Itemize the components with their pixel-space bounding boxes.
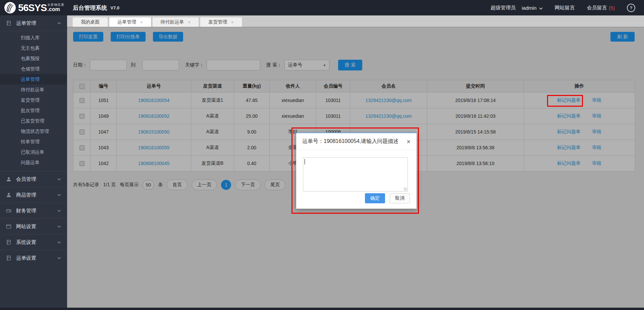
sidebar-section-1[interactable]: 会员管理 (0, 171, 67, 187)
user-menu[interactable]: iadmin (522, 5, 542, 11)
app-title: 后台管理系统 (73, 4, 107, 12)
tab-2[interactable]: 待付款运单× (152, 17, 199, 27)
annotation-box-dialog: 运单号：190816100054,请输入问题描述 × 确定 取消 (291, 127, 419, 214)
sidebar-section-label: 商品管理 (16, 192, 57, 198)
chevron-down-icon (57, 257, 61, 259)
close-icon[interactable]: × (407, 138, 411, 145)
sidebar-item-0[interactable]: 扫描入库 (0, 33, 67, 43)
sidebar-section-label: 运单设置 (16, 255, 57, 261)
chevron-up-icon (57, 22, 61, 24)
sidebar-item-2[interactable]: 包裹预报 (0, 53, 67, 64)
logo: 56SYS 全景物流通 .com (4, 2, 64, 14)
tab-close-icon[interactable]: × (140, 20, 143, 24)
sidebar-item-4[interactable]: 运单管理 (0, 74, 67, 85)
sidebar-section-label: 财务管理 (16, 208, 57, 214)
tab-close-icon[interactable]: × (188, 20, 191, 24)
wallet-icon (6, 208, 12, 214)
chevron-down-icon (57, 178, 61, 180)
journal-icon (6, 20, 12, 26)
user-icon (6, 192, 12, 198)
chevron-down-icon (57, 225, 61, 228)
sidebar-item-9[interactable]: 物流状态管理 (0, 126, 67, 137)
cancel-button[interactable]: 取消 (390, 193, 410, 203)
tab-label: 运单管理 (117, 19, 136, 25)
browser-icon (6, 224, 12, 229)
username: iadmin (522, 5, 536, 11)
problem-dialog: 运单号：190816100054,请输入问题描述 × 确定 取消 (296, 133, 417, 209)
chevron-down-icon (57, 194, 61, 196)
journal-icon (6, 255, 12, 261)
sidebar-item-1[interactable]: 无主包裹 (0, 43, 67, 53)
tab-3[interactable]: 发货管理× (200, 17, 242, 27)
bottom-bar (0, 308, 644, 310)
sidebar-section-0[interactable]: 运单管理 (0, 15, 67, 31)
chevron-down-icon (57, 241, 61, 244)
sidebar-item-8[interactable]: 已发货管理 (0, 116, 67, 126)
problem-description-textarea[interactable] (303, 157, 408, 192)
tab-label: 发货管理 (208, 19, 227, 25)
text-cursor (305, 159, 305, 164)
textarea-resize-handle[interactable] (404, 188, 407, 191)
sidebar-item-10[interactable]: 转单管理 (0, 137, 67, 147)
logo-text: 56SYS (18, 2, 47, 13)
tab-bar: 我的桌面运单管理×待付款运单×发货管理× (67, 15, 644, 27)
sidebar-item-11[interactable]: 已取消运单 (0, 147, 67, 157)
annotation-box-mark-link (547, 95, 583, 107)
sidebar-item-3[interactable]: 仓储管理 (0, 64, 67, 74)
sidebar-item-12[interactable]: 问题运单 (0, 157, 67, 168)
sidebar-section-label: 运单管理 (16, 20, 57, 27)
sidebar-item-7[interactable]: 批次管理 (0, 105, 67, 116)
tab-1[interactable]: 运单管理× (109, 17, 151, 27)
dialog-header: 运单号：190816100054,请输入问题描述 × (296, 133, 417, 150)
journal-icon (6, 240, 12, 245)
tab-close-icon[interactable]: × (231, 20, 234, 24)
logo-domain: .com (47, 7, 64, 12)
site-messages-link[interactable]: 网站留言 (555, 5, 575, 11)
dialog-title: 运单号：190816100054,请输入问题描述 (302, 138, 398, 145)
app-version: V7.0 (110, 5, 119, 10)
tab-label: 我的桌面 (81, 19, 100, 25)
sidebar-item-5[interactable]: 待付款运单 (0, 85, 67, 95)
help-button[interactable]: ? (627, 4, 635, 12)
help-icon: ? (627, 4, 635, 12)
sidebar-submenu: 扫描入库无主包裹包裹预报仓储管理运单管理待付款运单发货管理批次管理已发货管理物流… (0, 31, 67, 171)
sidebar-section-label: 会员管理 (16, 176, 57, 183)
tab-0[interactable]: 我的桌面 (72, 17, 108, 27)
user-icon (6, 176, 12, 182)
member-messages-link[interactable]: 会员留言 (5) (587, 5, 615, 11)
logo-icon (4, 2, 16, 14)
sidebar: 运单管理扫描入库无主包裹包裹预报仓储管理运单管理待付款运单发货管理批次管理已发货… (0, 15, 67, 310)
sidebar-section-6[interactable]: 运单设置 (0, 250, 67, 266)
chevron-down-icon (57, 210, 61, 212)
top-header-bar: 56SYS 全景物流通 .com 后台管理系统 V7.0 超级管理员 iadmi… (0, 0, 644, 15)
sidebar-section-2[interactable]: 商品管理 (0, 187, 67, 203)
user-role: 超级管理员 (490, 5, 516, 11)
sidebar-section-4[interactable]: 网站设置 (0, 218, 67, 234)
tab-label: 待付款运单 (161, 19, 184, 25)
message-count-badge: (5) (609, 5, 615, 11)
sidebar-section-label: 系统设置 (16, 239, 57, 246)
sidebar-section-3[interactable]: 财务管理 (0, 203, 67, 218)
sidebar-section-label: 网站设置 (16, 223, 57, 230)
confirm-button[interactable]: 确定 (365, 193, 385, 203)
sidebar-item-6[interactable]: 发货管理 (0, 95, 67, 105)
chevron-down-icon (539, 5, 543, 11)
sidebar-section-5[interactable]: 系统设置 (0, 234, 67, 250)
logo-slogan: 全景物流通 (47, 3, 64, 6)
